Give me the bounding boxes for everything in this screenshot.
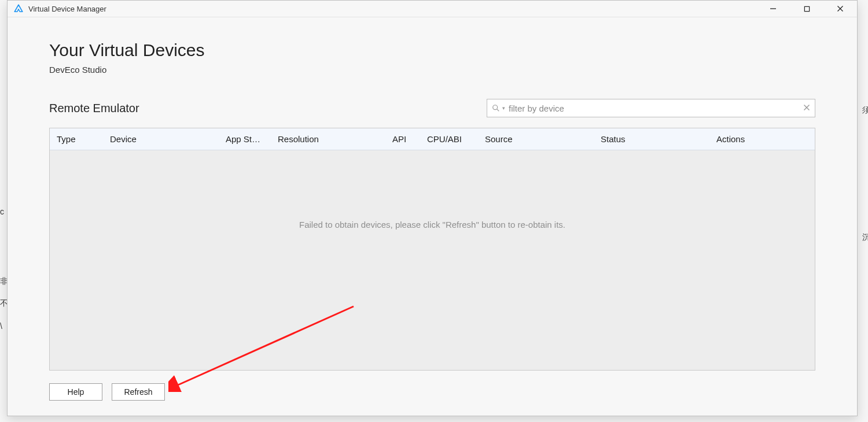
col-app-store[interactable]: App Sto…	[219, 134, 271, 144]
svg-line-5	[497, 109, 499, 111]
col-device[interactable]: Device	[103, 134, 219, 144]
col-resolution[interactable]: Resolution	[271, 134, 385, 144]
col-source[interactable]: Source	[478, 134, 594, 144]
section-title: Remote Emulator	[49, 102, 139, 115]
filter-box[interactable]: ▾	[487, 99, 815, 117]
svg-rect-1	[804, 6, 809, 11]
col-api[interactable]: API	[385, 134, 420, 144]
col-actions[interactable]: Actions	[709, 134, 815, 144]
help-button[interactable]: Help	[49, 383, 102, 401]
titlebar: Virtual Device Manager	[8, 1, 857, 17]
window-controls	[756, 1, 857, 17]
col-status[interactable]: Status	[594, 134, 709, 144]
search-icon	[492, 104, 500, 112]
filter-input[interactable]	[509, 103, 800, 113]
footer-buttons: Help Refresh	[49, 383, 815, 401]
minimize-button[interactable]	[756, 1, 790, 17]
col-type[interactable]: Type	[50, 134, 103, 144]
close-button[interactable]	[823, 1, 857, 17]
page-subtitle: DevEco Studio	[49, 65, 815, 75]
empty-state-message: Failed to obtain devices, please click "…	[299, 220, 565, 229]
table-header: Type Device App Sto… Resolution API CPU/…	[50, 128, 815, 150]
dialog-window: Virtual Device Manager Your Virtual Devi…	[7, 0, 858, 416]
svg-point-4	[493, 105, 498, 110]
refresh-button[interactable]: Refresh	[112, 383, 165, 401]
content-area: Your Virtual Devices DevEco Studio Remot…	[8, 17, 857, 416]
page-title: Your Virtual Devices	[49, 40, 815, 60]
maximize-button[interactable]	[790, 1, 823, 17]
app-icon	[13, 3, 24, 14]
clear-icon[interactable]	[803, 103, 810, 113]
col-cpu-abi[interactable]: CPU/ABI	[420, 134, 478, 144]
filter-dropdown-chevron-icon[interactable]: ▾	[502, 105, 505, 111]
window-title: Virtual Device Manager	[28, 5, 106, 13]
devices-table: Type Device App Sto… Resolution API CPU/…	[49, 128, 815, 371]
table-body: Failed to obtain devices, please click "…	[50, 150, 815, 370]
